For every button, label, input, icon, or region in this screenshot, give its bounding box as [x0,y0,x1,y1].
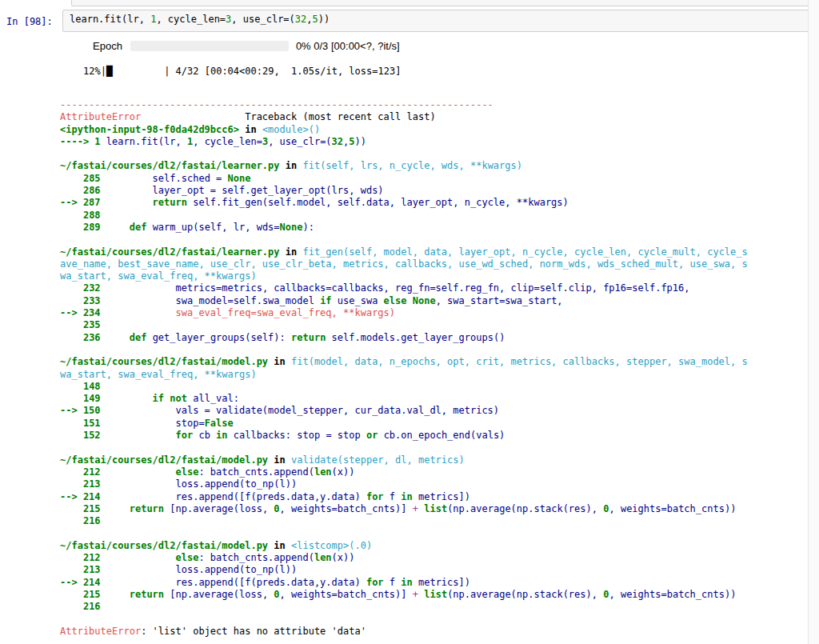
traceback-line: 215 return [np.average(loss, 0, weights=… [60,589,749,601]
traceback-line: 152 for cb in callbacks: stop = stop or … [60,430,749,442]
traceback-line: AttributeError Traceback (most recent ca… [60,111,749,123]
traceback-line: 212 else: batch_cnts.append(len(x)) [60,552,749,564]
traceback-line: ~/fastai/courses/dl2/fastai/model.py in … [60,540,749,552]
traceback-line: learn.fit(lr, 1, cycle_len=3, use_clr=(3… [70,14,805,26]
traceback-line: 213 loss.append(to_np(l)) [60,478,749,490]
epoch-progress-bar [130,41,289,51]
input-code-line: learn.fit(lr, 1, cycle_len=3, use_clr=(3… [70,14,805,26]
previous-cell-input-partial [71,0,810,6]
traceback-line: 213 loss.append(to_np(l)) [60,564,749,576]
traceback-line [60,527,749,539]
traceback-line [60,613,749,625]
traceback-line: 216 [60,601,749,613]
traceback-line: 285 self.sched = None [60,173,749,185]
traceback-line: ~/fastai/courses/dl2/fastai/model.py in … [60,454,749,466]
traceback-line: ~/fastai/courses/dl2/fastai/model.py in … [60,356,749,381]
traceback-line: 286 layer_opt = self.get_layer_opt(lrs, … [60,185,749,197]
traceback-line: 151 stop=False [60,418,749,430]
traceback-line: 232 metrics=metrics, callbacks=callbacks… [60,282,749,294]
traceback-line: 216 [60,515,749,527]
epoch-label: Epoch [93,40,122,52]
traceback-output: ----------------------------------------… [60,99,749,638]
traceback-line: --> 214 res.append([f(preds.data,y.data)… [60,491,749,503]
traceback-line: --> 150 vals = validate(model_stepper, c… [60,405,749,417]
traceback-line [60,344,749,356]
traceback-line: AttributeError: 'list' object has no att… [60,626,749,638]
traceback-line: ----> 1 learn.fit(lr, 1, cycle_len=3, us… [60,136,749,148]
traceback-line: --> 287 return self.fit_gen(self.model, … [60,197,749,209]
input-prompt: In [98]: [6,16,58,27]
traceback-line: 233 swa_model=self.swa_model if use_swa … [60,295,749,307]
batch-progress-text: 12%|█▏ | 4/32 [00:04<00:29, 1.05s/it, lo… [83,66,401,77]
traceback-line: --> 214 res.append([f(preds.data,y.data)… [60,577,749,589]
code-input[interactable]: learn.fit(lr, 1, cycle_len=3, use_clr=(3… [62,10,813,32]
traceback-line: 149 if not all_val: [60,393,749,405]
traceback-line: ~/fastai/courses/dl2/fastai/learner.py i… [60,246,749,283]
traceback-line [60,148,749,160]
traceback-line [60,442,749,454]
scrollbar-gutter[interactable] [808,0,819,644]
traceback-line: 215 return [np.average(loss, 0, weights=… [60,503,749,515]
traceback-line: ----------------------------------------… [60,99,749,111]
epoch-progress-status: 0% 0/3 [00:00<?, ?it/s] [296,40,400,52]
traceback-line: 288 [60,210,749,222]
traceback-line: 148 [60,381,749,393]
traceback-line: ~/fastai/courses/dl2/fastai/learner.py i… [60,160,749,172]
traceback-line: 289 def warm_up(self, lr, wds=None): [60,222,749,234]
traceback-line: --> 234 swa_eval_freq=swa_eval_freq, **k… [60,307,749,319]
traceback-line: <ipython-input-98-f0da42d9bcc6> in <modu… [60,124,749,136]
traceback-line: 236 def get_layer_groups(self): return s… [60,332,749,344]
traceback-line [60,234,749,246]
traceback-line: 212 else: batch_cnts.append(len(x)) [60,466,749,478]
epoch-progress-row: Epoch 0% 0/3 [00:00<?, ?it/s] [93,39,400,52]
traceback-line: 235 [60,319,749,331]
